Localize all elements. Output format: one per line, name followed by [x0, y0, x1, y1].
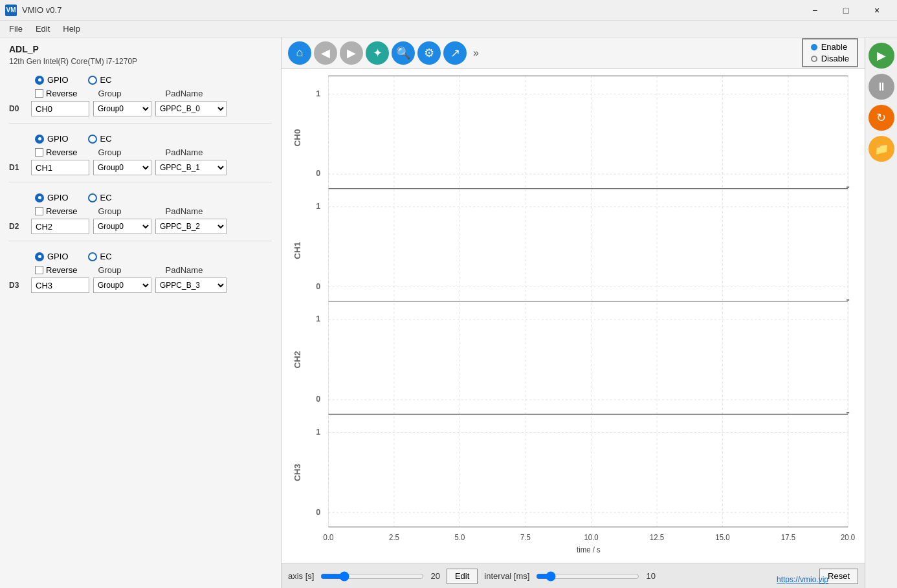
gpio-radio-d2[interactable]: GPIO	[35, 193, 69, 202]
pause-button[interactable]: ⏸	[869, 74, 894, 100]
svg-text:0: 0	[316, 168, 320, 179]
right-panel: ⌂ ◀ ▶ ✦ 🔍 ⚙ ↗ » Enable Disable	[282, 38, 865, 588]
reverse-check-d2	[35, 207, 43, 215]
ec-radio-circle-d1	[88, 135, 97, 144]
pad-select-d1[interactable]: GPPC_B_1	[155, 160, 227, 175]
svg-text:15.0: 15.0	[715, 533, 730, 543]
more-button[interactable]: »	[469, 47, 483, 59]
svg-text:0: 0	[316, 506, 320, 517]
svg-text:0: 0	[316, 394, 320, 404]
toolbar: ⌂ ◀ ▶ ✦ 🔍 ⚙ ↗ » Enable Disable	[282, 38, 865, 69]
gpio-radio-d3[interactable]: GPIO	[35, 252, 69, 261]
group-select-d1[interactable]: Group0	[93, 160, 151, 175]
menu-help[interactable]: Help	[56, 23, 87, 35]
connect-button[interactable]: ✦	[366, 41, 389, 65]
ec-radio-d1[interactable]: EC	[88, 134, 112, 144]
channel-id-d2: D2	[9, 222, 27, 231]
svg-text:0: 0	[316, 281, 320, 291]
channel-block-d0: GPIO EC Reverse Group PadName D0	[9, 75, 272, 124]
reverse-check-d1	[35, 148, 43, 157]
ec-radio-d3[interactable]: EC	[88, 252, 112, 261]
search-button[interactable]: 🔍	[392, 41, 415, 65]
gpio-radio-circle-d1	[35, 135, 44, 144]
title-bar: VM VMIO v0.7 − □ ×	[0, 0, 897, 21]
pad-select-d3[interactable]: GPPC_B_3	[155, 278, 227, 293]
group-select-d0[interactable]: Group0	[93, 101, 151, 116]
svg-text:time / s: time / s	[577, 545, 601, 555]
reverse-check-d0	[35, 89, 43, 98]
channel-id-d1: D1	[9, 163, 27, 172]
svg-text:CH3: CH3	[293, 464, 302, 481]
app-title: VMIO v0.7	[22, 5, 61, 15]
svg-text:10.0: 10.0	[584, 533, 599, 543]
group-select-d3[interactable]: Group0	[93, 278, 151, 293]
edit-button[interactable]: Edit	[447, 569, 478, 584]
interval-value: 10	[646, 571, 655, 581]
axis-slider[interactable]	[320, 571, 424, 582]
svg-text:7.5: 7.5	[520, 533, 531, 543]
settings-button[interactable]: ⚙	[417, 41, 441, 65]
svg-text:0.0: 0.0	[324, 533, 334, 543]
reverse-checkbox-d1[interactable]: Reverse	[35, 147, 77, 157]
axis-value: 20	[430, 571, 439, 581]
svg-text:CH1: CH1	[293, 242, 302, 259]
disable-dot	[811, 56, 817, 62]
svg-text:1: 1	[316, 201, 320, 212]
ec-radio-d2[interactable]: EC	[88, 193, 112, 202]
main-layout: ADL_P 12th Gen Intel(R) Core(TM) i7-1270…	[0, 38, 897, 588]
reverse-checkbox-d0[interactable]: Reverse	[35, 89, 77, 98]
chart-svg: text { font-family: Arial, sans-serif; f…	[282, 69, 865, 563]
reverse-checkbox-d2[interactable]: Reverse	[35, 206, 77, 216]
home-button[interactable]: ⌂	[288, 41, 311, 65]
gpio-radio-d0[interactable]: GPIO	[35, 75, 69, 85]
close-button[interactable]: ×	[862, 0, 892, 21]
device-name: ADL_P	[9, 44, 272, 54]
pad-select-d0[interactable]: GPPC_B_0	[155, 101, 227, 116]
channel-id-d3: D3	[9, 281, 27, 290]
reverse-checkbox-d3[interactable]: Reverse	[35, 265, 77, 275]
device-cpu: 12th Gen Intel(R) Core(TM) i7-1270P	[9, 57, 272, 66]
ec-radio-circle-d2	[88, 193, 97, 202]
chart-area: text { font-family: Arial, sans-serif; f…	[282, 69, 865, 563]
channel-name-d3[interactable]	[31, 278, 89, 293]
svg-text:1: 1	[316, 88, 320, 98]
pad-select-d2[interactable]: GPPC_B_2	[155, 219, 227, 234]
channel-block-d3: GPIO EC Reverse Group PadName D3	[9, 252, 272, 299]
minimize-button[interactable]: −	[800, 0, 830, 21]
enable-dot	[811, 44, 817, 50]
gpio-radio-d1[interactable]: GPIO	[35, 134, 69, 144]
interval-slider[interactable]	[536, 571, 639, 582]
menu-file[interactable]: File	[3, 23, 29, 35]
back-button[interactable]: ◀	[314, 41, 337, 65]
export-button[interactable]: ↗	[443, 41, 467, 65]
svg-text:2.5: 2.5	[389, 533, 399, 543]
channel-name-d1[interactable]	[31, 160, 89, 175]
svg-text:CH0: CH0	[293, 129, 302, 146]
right-sidebar: ▶ ⏸ ↻ 📁	[865, 38, 897, 588]
menu-bar: File Edit Help	[0, 21, 897, 38]
forward-button[interactable]: ▶	[340, 41, 363, 65]
svg-text:1: 1	[316, 314, 320, 324]
svg-text:17.5: 17.5	[781, 533, 796, 543]
refresh-button[interactable]: ↻	[869, 105, 894, 131]
interval-label: interval [ms]	[484, 571, 529, 581]
start-button[interactable]: ▶	[869, 43, 894, 69]
restore-button[interactable]: □	[831, 0, 861, 21]
group-select-d2[interactable]: Group0	[93, 219, 151, 234]
channel-name-d0[interactable]	[31, 101, 89, 116]
gpio-radio-circle-d2	[35, 193, 44, 202]
menu-edit[interactable]: Edit	[29, 23, 56, 35]
gpio-radio-circle-d0	[35, 76, 44, 85]
svg-text:5.0: 5.0	[455, 533, 465, 543]
svg-text:CH2: CH2	[293, 351, 302, 368]
svg-text:20.0: 20.0	[841, 533, 856, 543]
ec-radio-d0[interactable]: EC	[88, 75, 112, 85]
folder-button[interactable]: 📁	[869, 136, 894, 162]
footer-link[interactable]: https://vmio.vip	[777, 575, 828, 584]
axis-label: axis [s]	[288, 571, 314, 581]
channel-id-d0: D0	[9, 104, 27, 113]
svg-text:12.5: 12.5	[650, 533, 665, 543]
channel-name-d2[interactable]	[31, 219, 89, 234]
ec-radio-circle-d0	[88, 76, 97, 85]
svg-text:1: 1	[316, 426, 320, 437]
